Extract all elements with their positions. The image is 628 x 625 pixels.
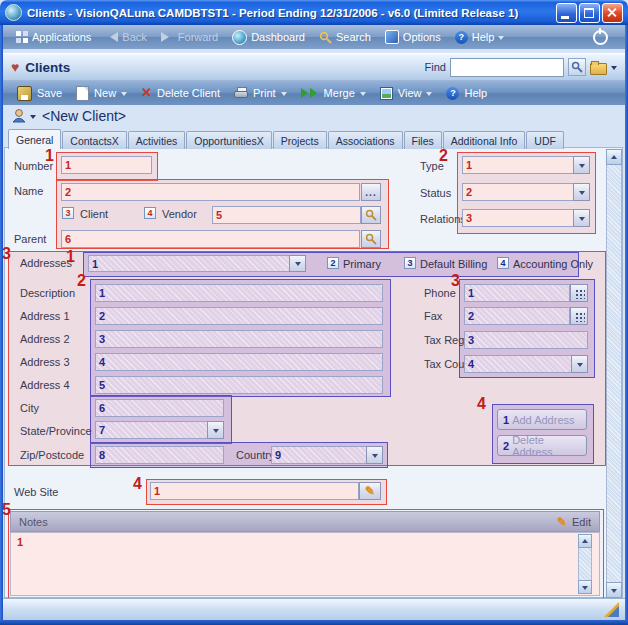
type-dropdown[interactable]: 1 [462, 156, 590, 174]
view-button[interactable]: View [374, 85, 439, 102]
merge-button[interactable]: Merge [295, 85, 372, 101]
record-dropdown-icon[interactable] [30, 115, 36, 122]
annotation-marker-addr-4: 4 [477, 397, 486, 411]
menu-power[interactable] [586, 28, 619, 47]
status-dropdown[interactable]: 2 [462, 183, 590, 201]
help-button[interactable]: ? Help [440, 85, 493, 102]
address4-field[interactable]: 5 [95, 376, 383, 394]
tab-additional-info[interactable]: Additional Info [443, 131, 526, 149]
main-scrollbar[interactable] [606, 149, 622, 598]
arrow-up-icon [582, 536, 588, 543]
description-field[interactable]: 1 [95, 284, 383, 302]
menu-options[interactable]: Options [378, 28, 448, 46]
city-field[interactable]: 6 [95, 399, 224, 417]
taxreg-field[interactable]: 3 [464, 331, 588, 349]
notes-edit-button[interactable]: ✎ Edit [557, 516, 591, 528]
app-window: Clients - VisionQALuna CAMDBTST1 - Perio… [0, 0, 628, 625]
vendor-checkbox[interactable]: 4 [144, 207, 156, 219]
address-selector-dropdown-button[interactable] [289, 255, 306, 272]
tab-strip: General ContactsX Activities Opportuniti… [8, 129, 565, 149]
default-billing-checkbox[interactable]: 3 [404, 257, 416, 269]
arrow-down-icon [611, 589, 617, 596]
address1-field[interactable]: 2 [95, 307, 383, 325]
minimize-button[interactable] [556, 3, 577, 23]
tab-udf[interactable]: UDF [526, 131, 564, 149]
phone-field[interactable]: 1 [464, 284, 570, 302]
website-edit-button[interactable]: ✎ [359, 482, 381, 500]
window-title: Clients - VisionQALuna CAMDBTST1 - Perio… [27, 7, 554, 19]
maximize-button[interactable] [579, 3, 600, 23]
annotation-marker-1: 1 [45, 149, 54, 163]
menu-applications[interactable]: Applications [9, 29, 98, 45]
tab-contactsx[interactable]: ContactsX [62, 131, 126, 149]
notes-value: 1 [17, 536, 23, 548]
menu-back: Back [98, 29, 153, 45]
tab-associations[interactable]: Associations [328, 131, 403, 149]
menu-search[interactable]: Search [312, 29, 378, 46]
primary-checkbox[interactable]: 2 [327, 257, 339, 269]
taxcountry-dropdown[interactable]: 4 [464, 355, 588, 373]
phone-dialer-button[interactable] [570, 284, 588, 302]
lookup-magnifier-icon [365, 233, 377, 245]
app-icon [5, 4, 22, 21]
save-button[interactable]: Save [11, 84, 68, 103]
find-search-button[interactable] [568, 58, 586, 76]
number-field[interactable]: 1 [61, 156, 152, 174]
help-icon: ? [455, 31, 468, 44]
menu-help[interactable]: ? Help [448, 29, 512, 46]
delete-x-icon: ✕ [141, 87, 152, 99]
accounting-only-checkbox[interactable]: 4 [497, 257, 509, 269]
state-label: State/Province [20, 425, 92, 437]
module-header: ♥ Clients Find [3, 53, 625, 81]
address2-field[interactable]: 3 [95, 330, 383, 348]
close-button[interactable] [602, 3, 623, 23]
parent-field[interactable]: 6 [61, 230, 360, 248]
main-scroll-up-button[interactable] [606, 149, 622, 165]
notes-textarea[interactable]: 1 [10, 532, 600, 596]
print-button[interactable]: Print [228, 85, 293, 101]
status-dropdown-button[interactable] [573, 183, 590, 201]
chevron-down-icon [281, 92, 287, 99]
notes-scroll-down-button[interactable] [578, 580, 592, 594]
chevron-down-icon [360, 92, 366, 99]
tab-activities[interactable]: Activities [128, 131, 185, 149]
resize-grip-icon[interactable] [604, 602, 619, 617]
relationship-dropdown-button[interactable] [573, 209, 590, 227]
relationship-dropdown[interactable]: 3 [462, 209, 590, 227]
website-field[interactable]: 1 [150, 482, 359, 500]
zip-field[interactable]: 8 [95, 446, 224, 464]
client-checkbox[interactable]: 3 [62, 207, 74, 219]
add-address-button[interactable]: 1 Add Address [497, 409, 587, 430]
parent-label: Parent [14, 233, 46, 245]
folder-icon[interactable] [590, 63, 607, 75]
parent-lookup-button[interactable] [361, 230, 381, 248]
tab-opportunitiesx[interactable]: OpportunitiesX [186, 131, 271, 149]
tab-projects[interactable]: Projects [273, 131, 327, 149]
menu-dashboard[interactable]: Dashboard [225, 28, 312, 47]
browse-ellipsis-button[interactable]: ... [361, 183, 381, 201]
lookup-button[interactable] [361, 206, 381, 224]
state-dropdown-button[interactable] [207, 421, 224, 439]
type-dropdown-button[interactable] [573, 156, 590, 174]
find-input[interactable] [450, 58, 564, 77]
main-scroll-down-button[interactable] [606, 582, 622, 598]
delete-address-button[interactable]: 2 Delete Address [497, 435, 587, 456]
tab-files[interactable]: Files [404, 131, 442, 149]
fax-dialer-button[interactable] [570, 307, 588, 325]
find-search-icon [571, 61, 583, 73]
chevron-down-icon[interactable] [611, 66, 617, 73]
notes-scroll-up-button[interactable] [578, 534, 592, 548]
lookup-magnifier-icon [365, 209, 377, 221]
name-field[interactable]: 2 [61, 183, 360, 201]
taxcountry-dropdown-button[interactable] [571, 355, 588, 373]
chevron-down-icon [579, 164, 585, 171]
fax-field[interactable]: 2 [464, 307, 570, 325]
address3-field[interactable]: 4 [95, 353, 383, 371]
country-dropdown-button[interactable] [366, 446, 383, 464]
tab-general[interactable]: General [8, 129, 61, 149]
address-selector-dropdown[interactable]: 1 [88, 255, 306, 272]
client-search-field[interactable]: 5 [212, 206, 361, 224]
delete-client-button[interactable]: ✕ Delete Client [135, 85, 226, 101]
new-button[interactable]: New [70, 84, 133, 103]
state-dropdown[interactable]: 7 [95, 421, 224, 439]
